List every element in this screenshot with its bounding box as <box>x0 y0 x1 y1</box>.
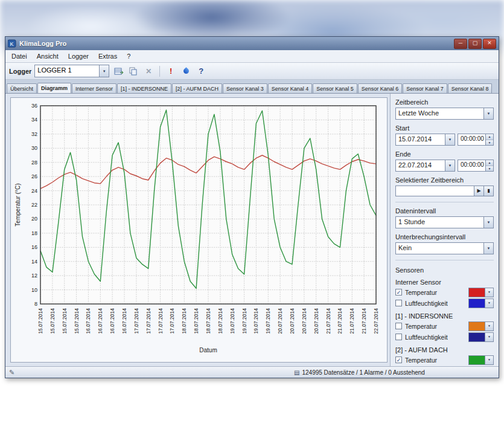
sensor-series-row: Temperatur▼ <box>395 321 494 331</box>
time-spinner[interactable]: ▲▼ <box>485 160 493 171</box>
close-button[interactable]: ✕ <box>483 39 496 49</box>
window-title: KlimaLogg Pro <box>19 40 66 47</box>
maximize-button[interactable]: ▢ <box>468 39 482 49</box>
copy-icon[interactable] <box>127 65 139 77</box>
color-swatch <box>469 299 485 308</box>
tab-sensor-kanal-7[interactable]: Sensor Kanal 7 <box>403 83 447 93</box>
zeitbereich-value: Letzte Woche <box>396 108 483 119</box>
tab-sensor-kanal-3[interactable]: Sensor Kanal 3 <box>223 83 267 93</box>
svg-text:16: 16 <box>31 244 37 250</box>
tab-interner-sensor[interactable]: Interner Sensor <box>72 83 116 93</box>
chevron-down-icon[interactable]: ▼ <box>485 299 493 308</box>
ende-date-select[interactable]: 22.07.2014 ▼ <box>395 160 455 172</box>
svg-text:19.07.2014: 19.07.2014 <box>241 308 247 334</box>
svg-text:K: K <box>10 41 13 47</box>
svg-text:18: 18 <box>31 230 37 236</box>
chevron-down-icon[interactable]: ▼ <box>485 356 493 364</box>
svg-text:24: 24 <box>31 188 37 194</box>
chevron-down-icon[interactable]: ▼ <box>485 333 493 341</box>
tab-sensor-kanal-6[interactable]: Sensor Kanal 6 <box>358 83 403 93</box>
color-swatch <box>469 333 485 341</box>
svg-text:18.07.2014: 18.07.2014 <box>205 308 211 334</box>
sensoren-heading: Sensoren <box>395 266 494 274</box>
tab-übersicht[interactable]: Übersicht <box>7 83 37 93</box>
sensor-series-row: ✓Temperatur▼ <box>395 355 494 364</box>
svg-text:17.07.2014: 17.07.2014 <box>133 308 139 334</box>
sensor-name: Interner Sensor <box>395 279 494 286</box>
spin-up-icon[interactable]: ▲ <box>486 134 493 140</box>
svg-text:16.07.2014: 16.07.2014 <box>97 308 103 334</box>
tab-sensor-kanal-4[interactable]: Sensor Kanal 4 <box>268 83 313 93</box>
tab-sensor-kanal-8[interactable]: Sensor Kanal 8 <box>448 83 493 93</box>
series-checkbox[interactable] <box>395 323 402 329</box>
svg-text:15.07.2014: 15.07.2014 <box>62 308 68 334</box>
time-spinner[interactable]: ▲▼ <box>485 134 493 145</box>
menu-item-ansicht[interactable]: Ansicht <box>32 51 63 61</box>
color-swatch <box>469 288 485 297</box>
unterbrechung-value: Kein <box>396 243 483 254</box>
series-checkbox[interactable] <box>395 300 402 306</box>
chevron-down-icon[interactable]: ▼ <box>483 217 493 228</box>
sensor-name: [2] - AUFM DACH <box>395 346 494 354</box>
series-checkbox[interactable]: ✓ <box>395 289 402 295</box>
chevron-down-icon[interactable]: ▼ <box>483 108 493 119</box>
menu-item-[interactable]: ? <box>122 51 135 61</box>
sensor-series-row: Luftfeuchtigkeit▼ <box>395 299 494 308</box>
selected-range-strip[interactable] <box>396 186 474 196</box>
svg-text:15.07.2014: 15.07.2014 <box>37 308 43 334</box>
tab-diagramm[interactable]: Diagramm <box>37 83 71 93</box>
series-checkbox[interactable] <box>395 334 402 340</box>
export-icon[interactable] <box>112 65 124 77</box>
series-label: Luftfeuchtigkeit <box>405 300 448 307</box>
spin-up-icon[interactable]: ▲ <box>486 160 493 166</box>
chevron-down-icon[interactable]: ▼ <box>445 134 455 145</box>
range-forward-button[interactable]: ▶ <box>474 186 483 196</box>
svg-text:21.07.2014: 21.07.2014 <box>361 308 367 334</box>
svg-text:20.07.2014: 20.07.2014 <box>313 308 319 334</box>
status-text: 124995 Datensätze / 1 Alarme / 0 Aussteh… <box>302 369 424 376</box>
color-select[interactable]: ▼ <box>468 299 494 308</box>
delete-icon[interactable]: ✕ <box>142 65 155 77</box>
chevron-down-icon[interactable]: ▼ <box>483 243 493 254</box>
separator <box>395 260 494 260</box>
chevron-down-icon[interactable]: ▼ <box>485 288 493 297</box>
datenintervall-value: 1 Stunde <box>396 217 483 228</box>
app-window: K KlimaLogg Pro ─ ▢ ✕ DateiAnsichtLogger… <box>5 36 499 378</box>
title-bar[interactable]: K KlimaLogg Pro ─ ▢ ✕ <box>5 37 499 50</box>
menu-item-extras[interactable]: Extras <box>94 51 122 61</box>
svg-text:17.07.2014: 17.07.2014 <box>158 308 164 334</box>
svg-text:28: 28 <box>31 160 37 166</box>
zeitbereich-select[interactable]: Letzte Woche ▼ <box>395 108 494 120</box>
humidity-icon[interactable] <box>180 65 192 77</box>
logger-select[interactable]: LOGGER 1 ▼ <box>34 65 109 77</box>
unterbrechung-select[interactable]: Kein ▼ <box>395 242 494 254</box>
menu-item-logger[interactable]: Logger <box>63 51 94 61</box>
start-date-select[interactable]: 15.07.2014 ▼ <box>395 134 455 146</box>
tab-1-indersonne[interactable]: [1] - INDERSONNE <box>117 83 171 93</box>
range-end-button[interactable]: ▮ <box>483 186 493 196</box>
color-select[interactable]: ▼ <box>468 355 494 365</box>
svg-text:14: 14 <box>31 259 37 265</box>
chevron-down-icon[interactable]: ▼ <box>485 322 493 331</box>
chevron-down-icon[interactable]: ▼ <box>445 160 455 171</box>
settings-panel: Zeitbereich Letzte Woche ▼ Start 15.07.2… <box>390 94 499 366</box>
tab-sensor-kanal-5[interactable]: Sensor Kanal 5 <box>313 83 357 93</box>
menu-item-datei[interactable]: Datei <box>7 51 32 61</box>
start-time-input[interactable]: 00:00:00 ▲▼ <box>458 134 494 146</box>
spin-down-icon[interactable]: ▼ <box>486 166 493 172</box>
tab-2-aufm-dach[interactable]: [2] - AUFM DACH <box>172 83 222 93</box>
series-checkbox[interactable]: ✓ <box>395 357 402 363</box>
spin-down-icon[interactable]: ▼ <box>486 140 493 146</box>
color-select[interactable]: ▼ <box>468 321 494 331</box>
color-select[interactable]: ▼ <box>468 288 494 297</box>
alarm-icon[interactable]: ! <box>165 65 177 77</box>
chevron-down-icon[interactable]: ▼ <box>99 65 109 77</box>
ende-time-input[interactable]: 00:00:00 ▲▼ <box>458 160 494 172</box>
color-select[interactable]: ▼ <box>468 332 494 342</box>
minimize-button[interactable]: ─ <box>454 39 467 49</box>
svg-text:20.07.2014: 20.07.2014 <box>289 308 295 334</box>
datenintervall-select[interactable]: 1 Stunde ▼ <box>395 216 494 228</box>
records-icon: ▤ <box>294 369 299 376</box>
series-label: Temperatur <box>405 357 437 364</box>
help-icon[interactable]: ? <box>195 65 207 77</box>
